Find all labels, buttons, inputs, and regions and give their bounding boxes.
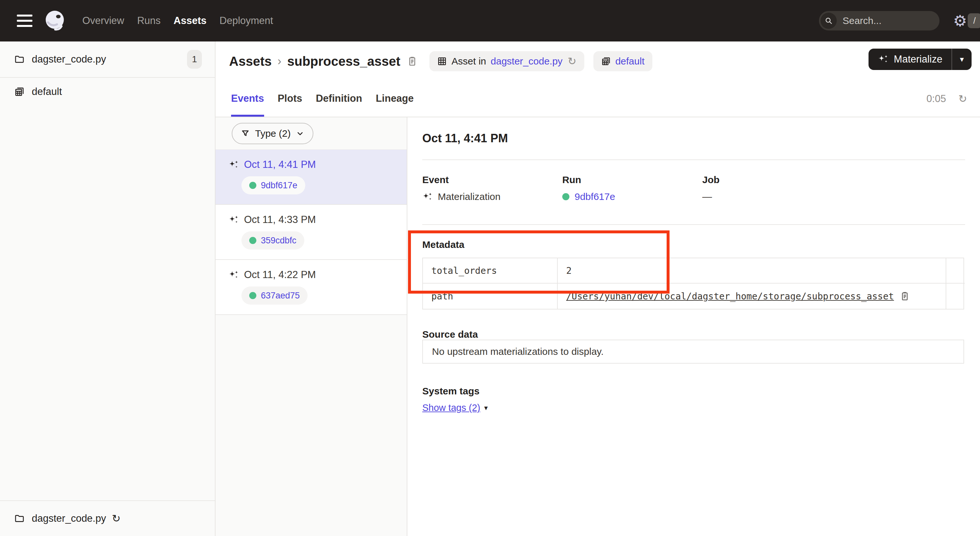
caret-down-icon: ▾ xyxy=(484,404,488,412)
materialization-sparkle-icon xyxy=(229,161,239,169)
asset-count-badge: 1 xyxy=(187,50,202,69)
menu-icon[interactable] xyxy=(17,14,32,27)
divider xyxy=(422,159,965,160)
metadata-heading: Metadata xyxy=(422,239,465,250)
repository-link[interactable]: default xyxy=(616,56,644,67)
job-column-label: Job xyxy=(702,174,842,185)
materialize-split-button: Materialize ▾ xyxy=(869,49,972,70)
repository-label: default xyxy=(32,86,62,97)
metadata-extra-cell xyxy=(946,283,965,309)
repository-icon xyxy=(14,86,25,97)
asset-in-code-location-tag[interactable]: Asset in dagster_code.py ↻ xyxy=(430,51,584,71)
divider xyxy=(422,224,965,225)
run-id-link[interactable]: 637aed75 xyxy=(261,291,300,301)
source-data-heading: Source data xyxy=(422,329,478,340)
event-timestamp: Oct 11, 4:22 PM xyxy=(244,269,316,281)
nav-item-assets[interactable]: Assets xyxy=(174,15,207,27)
breadcrumb-assets[interactable]: Assets xyxy=(229,54,272,69)
run-id-tag[interactable]: 637aed75 xyxy=(242,286,307,305)
materialization-sparkle-icon xyxy=(229,270,239,279)
filter-funnel-icon xyxy=(241,129,250,138)
folder-icon xyxy=(14,513,25,524)
event-type-value: Materialization xyxy=(438,191,500,202)
run-column-label: Run xyxy=(562,174,702,185)
run-status-dot xyxy=(249,237,256,244)
run-id-tag[interactable]: 9dbf617e xyxy=(242,176,305,194)
event-list-item[interactable]: Oct 11, 4:41 PM 9dbf617e xyxy=(215,150,407,205)
footer-code-location-label: dagster_code.py xyxy=(32,513,106,524)
metadata-key: path xyxy=(423,283,558,309)
event-detail-panel: Oct 11, 4:41 PM Event Run Job Materializ… xyxy=(407,117,980,536)
event-list-panel: Type (2) Oct 11, 4:41 PM xyxy=(215,117,407,536)
reload-icon[interactable]: ↻ xyxy=(568,56,576,67)
run-id-tag[interactable]: 359cdbfc xyxy=(242,231,304,250)
folder-icon xyxy=(14,54,25,65)
search-icon xyxy=(821,13,837,29)
sidebar-item-code-location[interactable]: dagster_code.py 1 xyxy=(0,41,215,78)
metadata-extra-cell xyxy=(946,258,965,283)
refresh-icon[interactable]: ↻ xyxy=(958,94,967,104)
asset-header: Assets › subprocess_asset Asset in dagst… xyxy=(215,41,980,81)
type-filter-label: Type (2) xyxy=(255,128,291,139)
tab-plots[interactable]: Plots xyxy=(278,81,302,117)
nav-links: Overview Runs Assets Deployment xyxy=(82,15,273,27)
asset-tabs: Events Plots Definition Lineage 0:05 ↻ xyxy=(215,81,980,117)
materialize-label: Materialize xyxy=(894,54,942,65)
event-timestamp: Oct 11, 4:41 PM xyxy=(244,159,316,170)
repository-tag[interactable]: default xyxy=(593,51,652,71)
job-value: — xyxy=(702,191,712,202)
run-status-dot xyxy=(249,182,256,189)
search-shortcut-badge: / xyxy=(968,13,980,28)
top-nav-right: / ⚙ xyxy=(819,11,967,30)
event-column-label: Event xyxy=(422,174,562,185)
dagster-app: Overview Runs Assets Deployment / ⚙ xyxy=(0,0,980,536)
page-title: subprocess_asset xyxy=(287,54,400,69)
run-id-link[interactable]: 359cdbfc xyxy=(261,235,296,246)
run-status-dot xyxy=(562,193,570,200)
sparkle-icon xyxy=(878,55,889,64)
metadata-table: total_orders 2 path /Users/yuhan/dev/loc… xyxy=(422,258,964,310)
event-filter-bar: Type (2) xyxy=(215,117,407,150)
search-input[interactable] xyxy=(843,15,968,26)
top-nav: Overview Runs Assets Deployment / ⚙ xyxy=(0,0,980,41)
path-link[interactable]: /Users/yuhan/dev/local/dagster_home/stor… xyxy=(566,291,894,302)
sidebar-footer-code-location[interactable]: dagster_code.py ↻ xyxy=(0,500,215,536)
code-location-label: dagster_code.py xyxy=(32,54,106,65)
nav-item-runs[interactable]: Runs xyxy=(137,15,161,27)
sidebar-item-repository[interactable]: default xyxy=(0,78,215,106)
event-list-item[interactable]: Oct 11, 4:33 PM 359cdbfc xyxy=(215,205,407,260)
system-tags-heading: System tags xyxy=(422,386,480,397)
caret-down-icon: ▾ xyxy=(960,55,964,64)
tab-events[interactable]: Events xyxy=(231,81,264,117)
event-list-item[interactable]: Oct 11, 4:22 PM 637aed75 xyxy=(215,260,407,315)
gear-icon[interactable]: ⚙ xyxy=(953,13,967,29)
run-status-dot xyxy=(249,292,256,299)
event-list-empty-area xyxy=(215,315,407,536)
tab-lineage[interactable]: Lineage xyxy=(375,81,414,117)
type-filter-button[interactable]: Type (2) xyxy=(232,123,313,144)
code-location-link[interactable]: dagster_code.py xyxy=(491,56,563,67)
source-data-empty-box: No upstream materializations to display. xyxy=(422,340,964,364)
metadata-value: 2 xyxy=(558,258,946,283)
materialization-sparkle-icon xyxy=(422,192,433,201)
tab-definition[interactable]: Definition xyxy=(316,81,362,117)
sidebar: dagster_code.py 1 default dagster_code.p… xyxy=(0,41,215,536)
copy-asset-name-icon[interactable] xyxy=(407,56,418,67)
show-tags-label: Show tags (2) xyxy=(422,402,480,413)
show-tags-toggle[interactable]: Show tags (2) ▾ xyxy=(422,402,488,413)
run-id-link[interactable]: 9dbf617e xyxy=(574,191,615,202)
breadcrumb-separator: › xyxy=(277,54,281,68)
dagster-logo-icon[interactable] xyxy=(44,10,67,32)
source-data-empty-message: No upstream materializations to display. xyxy=(432,346,604,357)
reload-icon[interactable]: ↻ xyxy=(112,513,121,524)
nav-item-deployment[interactable]: Deployment xyxy=(220,15,273,27)
materialize-button[interactable]: Materialize xyxy=(869,49,951,70)
repository-icon xyxy=(601,56,611,66)
event-timestamp: Oct 11, 4:33 PM xyxy=(244,214,316,226)
chevron-down-icon xyxy=(296,129,304,138)
nav-item-overview[interactable]: Overview xyxy=(82,15,124,27)
copy-path-icon[interactable] xyxy=(900,291,910,301)
search-bar[interactable]: / xyxy=(819,11,940,30)
run-id-link[interactable]: 9dbf617e xyxy=(261,180,298,191)
materialize-dropdown-button[interactable]: ▾ xyxy=(951,49,972,70)
